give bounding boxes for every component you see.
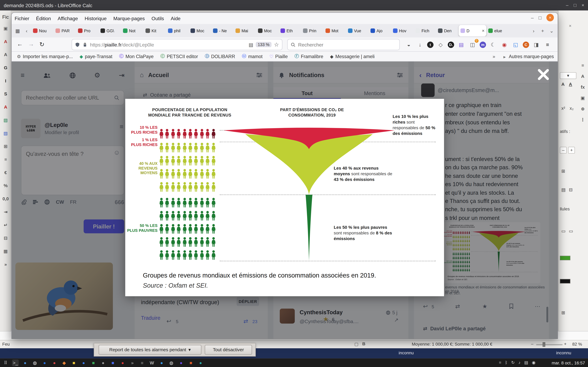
search-input[interactable] (298, 42, 397, 47)
taskbar-app-icon[interactable]: ● (80, 359, 87, 366)
taskbar-app-icon[interactable]: ■ (90, 359, 97, 366)
ext-tabs-icon[interactable]: ◫0 (468, 40, 477, 49)
browser-tab[interactable]: D× (458, 25, 486, 36)
sidebar-styles-icon[interactable]: A (581, 74, 584, 79)
menubar-item[interactable]: Outils (152, 16, 164, 21)
zoom-out-button[interactable]: – (531, 342, 534, 346)
reader-mode-icon[interactable]: ▤ (249, 42, 253, 47)
taskbar-app-icon[interactable]: ◍ (32, 359, 38, 366)
taskbar-app-icon[interactable]: ● (100, 359, 106, 366)
taskbar-app-icon[interactable]: ■ (187, 359, 194, 366)
bookmark-star-icon[interactable]: ☆ (274, 41, 279, 48)
taskbar-app-icon[interactable]: ● (22, 359, 28, 366)
merge-cells-icon[interactable]: ⊟ (1, 234, 10, 242)
char-style-icon-2[interactable]: A (569, 82, 572, 87)
browser-tab[interactable]: Vue (346, 25, 369, 36)
currency-icon[interactable]: € (1, 169, 10, 176)
tray-volume-icon[interactable]: ♪ (519, 360, 520, 365)
font-name-icon[interactable]: A (1, 38, 10, 45)
sidebar-more-icon[interactable]: ⋮ (580, 117, 585, 123)
bookmark-import[interactable]: ⚙Importer les marque-p... (17, 54, 73, 59)
taskbar-app-icon[interactable]: ● (51, 359, 58, 366)
grid-icon[interactable]: ▦ (1, 248, 10, 255)
superscript-icon[interactable]: x² (561, 106, 565, 111)
modified-icon[interactable]: B (362, 342, 365, 346)
reload-button[interactable]: ↻ (39, 41, 44, 48)
selection-mode-icon[interactable]: ▢ (354, 342, 358, 347)
downloads-icon[interactable]: ↓ (416, 40, 424, 49)
browser-tab[interactable]: Fich (414, 25, 436, 36)
merge-icon[interactable]: ⊟ (569, 187, 573, 192)
borders-icon[interactable]: ⊞ (1, 143, 10, 150)
browser-tab[interactable]: Ajo (369, 25, 391, 36)
tray-status-icon[interactable]: ◉ (532, 360, 536, 365)
taskbar-app-icon[interactable]: ■ (70, 359, 77, 366)
tab-close-icon[interactable]: × (482, 28, 484, 33)
tray-update-icon[interactable]: ↻ (511, 360, 515, 365)
taskbar-app-icon[interactable]: ● (158, 359, 165, 366)
lightbox-close-icon[interactable] (536, 67, 551, 82)
highlight-color-icon[interactable]: ▨ (1, 117, 10, 124)
dismiss-all-button[interactable]: Tout désactiver (205, 345, 252, 355)
ext-dark-icon[interactable]: ☾ (489, 40, 497, 49)
new-tab-button[interactable]: + (538, 28, 547, 33)
other-bookmarks-label[interactable]: Autres marque-pages (509, 54, 554, 59)
menubar-item[interactable]: Historique (85, 16, 107, 21)
ext-d-icon[interactable]: D. (448, 42, 454, 48)
font-color-icon[interactable]: A (1, 103, 10, 111)
forward-button[interactable]: → (28, 41, 34, 48)
lo-menu-fichier-clipped[interactable]: Fic (2, 14, 9, 20)
font-size-icon[interactable]: A (1, 51, 10, 58)
browser-tab[interactable]: Pro (76, 25, 99, 36)
bookmark-ameli[interactable]: ◆Messagerie | ameli (330, 54, 374, 59)
stepper-plus-button[interactable]: + (568, 147, 575, 154)
italic-icon[interactable]: I (1, 77, 10, 84)
char-style-icon-1[interactable]: A (561, 82, 565, 87)
browser-tab[interactable]: GG\ (99, 25, 121, 36)
ext-block-icon[interactable]: ◉ (500, 40, 509, 49)
bookmark-dolibarr[interactable]: ⒹDOLIBARR (205, 53, 235, 60)
ext-mastodon-icon[interactable]: m (480, 42, 486, 48)
browser-tab[interactable]: Eth (279, 25, 301, 36)
ext-c-icon[interactable]: C (523, 42, 529, 48)
ext-container-icon[interactable]: ◱ (511, 40, 520, 49)
browser-tab[interactable]: elue (486, 25, 509, 36)
overflow-icon[interactable]: » (1, 261, 10, 268)
browser-tab[interactable]: phil (166, 25, 189, 36)
browser-tab[interactable]: - Ne (211, 25, 234, 36)
url-bar[interactable]: https://piaille.fr/deck/@Lep0le ▤ 133 % … (72, 39, 282, 50)
firefox-view-icon[interactable]: ▦ (13, 28, 22, 33)
defer-alarms-button[interactable]: Report de toutes les alarmes pendant▾ (99, 345, 201, 355)
back-button[interactable]: ← (17, 41, 23, 48)
tray-bluetooth-icon[interactable]: ᛒ (505, 360, 508, 365)
align-icon[interactable]: ▤ (561, 187, 566, 192)
tray-keyboard-icon[interactable]: ⌗ (499, 360, 501, 365)
menubar-item[interactable]: Édition (36, 16, 51, 21)
cell-style-icon-2[interactable]: ▭ (569, 228, 573, 234)
indent-icon[interactable]: ⇥ (1, 208, 10, 216)
bookmark-petscii[interactable]: ⒸPETSCII editor (160, 53, 198, 60)
lo-maximize-button[interactable]: □ (574, 3, 576, 8)
account-icon[interactable]: ◒ (405, 40, 413, 49)
sidebar-gallery-icon[interactable]: ▣ (581, 95, 585, 101)
underline-icon[interactable]: S (1, 90, 10, 98)
background-color-swatch[interactable] (560, 256, 571, 260)
bookmark-mamot[interactable]: Ⓜmamot (242, 53, 262, 60)
ff-maximize-button[interactable]: □ (538, 15, 541, 20)
grid-icon[interactable]: ⊞ (561, 310, 565, 315)
menubar-item[interactable]: Affichage (58, 16, 78, 21)
sidebar-functions-icon[interactable]: fx (581, 84, 585, 90)
stepper-minus-button[interactable]: – (560, 147, 567, 154)
menubar-item[interactable]: Marque-pages (113, 16, 145, 21)
search-bar[interactable] (287, 39, 400, 50)
border-color-swatch[interactable] (560, 279, 571, 283)
tab-list-icon[interactable]: ⌄ (547, 28, 556, 33)
bookmark-framalibre[interactable]: ⒻFramalibre (294, 53, 323, 60)
bookmarks-overflow-icon[interactable]: » (493, 54, 495, 59)
page-zoom-badge[interactable]: 133 % (256, 42, 271, 47)
cell-style-icon-1[interactable]: ▭ (561, 228, 566, 234)
taskbar-app-icon[interactable]: ● (197, 359, 204, 366)
lo-close-button[interactable]: × (582, 3, 584, 8)
sidebar-toggle-icon[interactable]: ◨ (532, 40, 540, 49)
align-icon[interactable]: ≡ (1, 156, 10, 163)
